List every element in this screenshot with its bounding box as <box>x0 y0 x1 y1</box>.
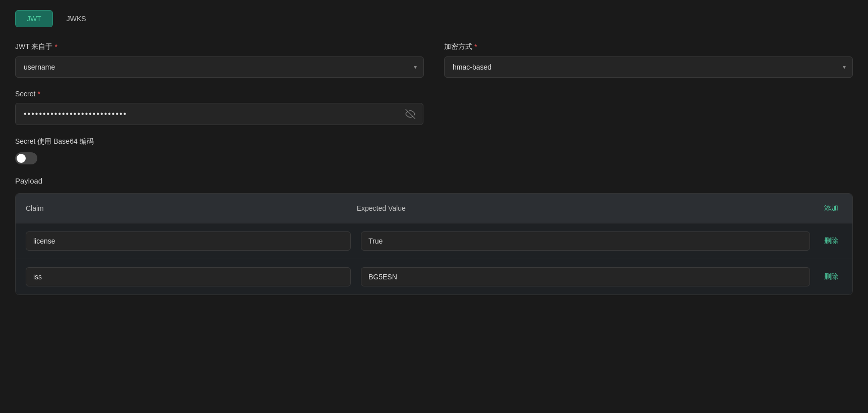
tab-bar: JWT JWKS <box>15 10 853 27</box>
base64-label: Secret 使用 Base64 编码 <box>15 137 423 146</box>
toggle-secret-visibility-button[interactable] <box>403 107 417 121</box>
form-top-row: JWT 来自于 * username header cookie ▾ 加密方式 … <box>15 42 853 78</box>
claim-input-1[interactable] <box>26 267 351 286</box>
tab-jwt[interactable]: JWT <box>15 10 53 27</box>
jwt-source-select[interactable]: username header cookie <box>15 56 424 78</box>
payload-table-header: Claim Expected Value 添加 <box>16 194 852 223</box>
table-row: 删除 <box>16 259 852 294</box>
payload-table: Claim Expected Value 添加 删除 删除 <box>15 193 853 295</box>
secret-section: Secret * <box>15 90 423 125</box>
payload-value-header: Expected Value <box>357 204 820 212</box>
add-payload-button[interactable]: 添加 <box>820 202 842 215</box>
encryption-select-wrapper: hmac-based rsa-based ecdsa-based ▾ <box>444 56 853 78</box>
jwt-source-label: JWT 来自于 * <box>15 42 424 51</box>
value-input-0[interactable] <box>361 231 810 251</box>
encryption-group: 加密方式 * hmac-based rsa-based ecdsa-based … <box>444 42 853 78</box>
base64-toggle[interactable] <box>15 152 37 164</box>
claim-input-0[interactable] <box>26 231 351 251</box>
jwt-source-group: JWT 来自于 * username header cookie ▾ <box>15 42 424 78</box>
jwt-source-select-wrapper: username header cookie ▾ <box>15 56 424 78</box>
delete-row-0-button[interactable]: 删除 <box>820 234 842 248</box>
eye-slash-icon <box>405 109 415 119</box>
value-input-1[interactable] <box>361 267 810 286</box>
secret-input-wrapper <box>15 103 423 125</box>
encryption-label: 加密方式 * <box>444 42 853 51</box>
secret-required: * <box>37 90 40 98</box>
payload-title: Payload <box>15 176 853 185</box>
toggle-knob <box>17 154 26 163</box>
encryption-select[interactable]: hmac-based rsa-based ecdsa-based <box>444 56 853 78</box>
tab-jwks[interactable]: JWKS <box>55 10 98 27</box>
payload-claim-header: Claim <box>26 204 357 212</box>
base64-section: Secret 使用 Base64 编码 <box>15 137 423 164</box>
table-row: 删除 <box>16 223 852 259</box>
secret-input[interactable] <box>15 103 423 125</box>
encryption-required: * <box>474 43 477 51</box>
jwt-source-required: * <box>54 43 57 51</box>
secret-label: Secret * <box>15 90 423 98</box>
payload-section: Payload Claim Expected Value 添加 删除 删除 <box>15 176 853 295</box>
delete-row-1-button[interactable]: 删除 <box>820 270 842 283</box>
base64-toggle-wrapper <box>15 152 423 164</box>
